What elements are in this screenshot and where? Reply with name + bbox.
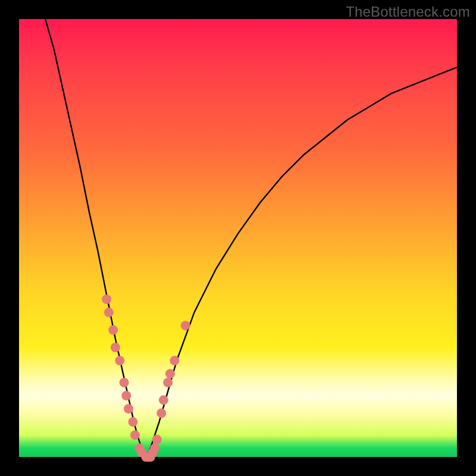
scatter-dot bbox=[159, 395, 168, 405]
scatter-dot bbox=[165, 369, 175, 378]
scatter-dots bbox=[102, 295, 190, 462]
scatter-dot bbox=[170, 356, 179, 365]
scatter-dot bbox=[120, 378, 129, 387]
plot-area bbox=[19, 19, 457, 457]
chart-frame: TheBottleneck.com bbox=[0, 0, 476, 476]
chart-svg bbox=[19, 19, 457, 457]
scatter-dot bbox=[102, 295, 111, 304]
scatter-dot bbox=[121, 391, 131, 400]
scatter-dot bbox=[108, 325, 118, 335]
curve-right-branch bbox=[146, 67, 457, 457]
curve-left-branch bbox=[45, 19, 146, 457]
watermark-text: TheBottleneck.com bbox=[346, 4, 470, 20]
scatter-dot bbox=[115, 356, 124, 365]
scatter-dot bbox=[150, 443, 159, 453]
scatter-dot bbox=[111, 343, 120, 352]
scatter-dot bbox=[163, 378, 173, 387]
scatter-dot bbox=[104, 308, 114, 317]
scatter-dot bbox=[152, 435, 162, 444]
scatter-dot bbox=[128, 417, 137, 427]
scatter-dot bbox=[124, 404, 133, 414]
scatter-dot bbox=[130, 430, 140, 440]
scatter-dot bbox=[156, 408, 166, 418]
scatter-dot bbox=[181, 321, 190, 330]
